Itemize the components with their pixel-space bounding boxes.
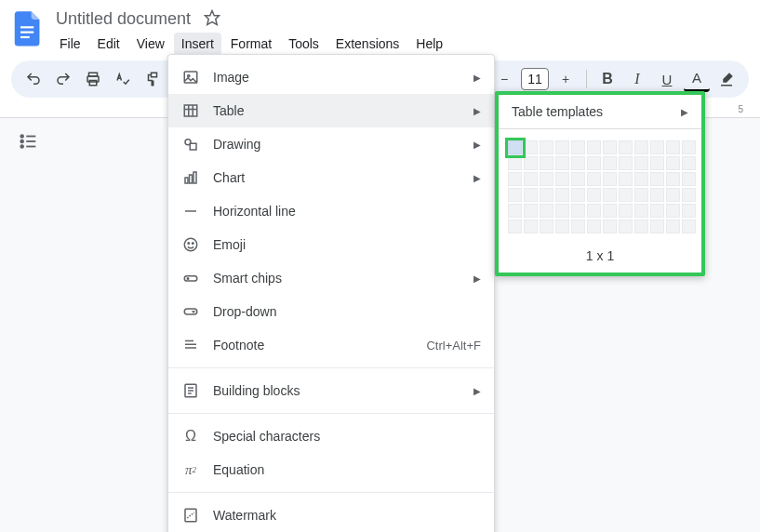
grid-cell[interactable] [650, 219, 664, 233]
menu-building-blocks[interactable]: Building blocks ▶ [168, 374, 494, 407]
table-templates[interactable]: Table templates ▶ [499, 95, 701, 128]
menu-footnote[interactable]: Footnote Ctrl+Alt+F [168, 328, 494, 362]
grid-cell[interactable] [682, 172, 696, 186]
menu-special-characters[interactable]: Ω Special characters [168, 419, 494, 453]
spellcheck-button[interactable] [110, 66, 136, 92]
menubar-file[interactable]: File [52, 33, 88, 55]
grid-cell[interactable] [682, 204, 696, 218]
grid-cell[interactable] [666, 156, 680, 170]
menu-chart[interactable]: Chart ▶ [168, 161, 494, 194]
grid-cell[interactable] [650, 172, 664, 186]
grid-cell[interactable] [587, 219, 601, 233]
grid-cell[interactable] [682, 156, 696, 170]
grid-cell[interactable] [555, 188, 569, 202]
menu-horizontal-line[interactable]: Horizontal line [168, 194, 494, 228]
highlight-button[interactable] [713, 66, 740, 92]
grid-cell[interactable] [650, 204, 664, 218]
grid-cell[interactable] [508, 188, 522, 202]
grid-cell[interactable] [524, 188, 538, 202]
grid-cell[interactable] [619, 156, 633, 170]
grid-cell[interactable] [540, 140, 553, 154]
grid-cell[interactable] [619, 219, 633, 233]
menu-dropdown[interactable]: Drop-down [168, 295, 494, 328]
grid-cell[interactable] [682, 140, 696, 154]
grid-cell[interactable] [571, 188, 585, 202]
grid-cell[interactable] [603, 156, 617, 170]
menubar-edit[interactable]: Edit [90, 33, 127, 55]
grid-cell[interactable] [571, 140, 585, 154]
menubar-help[interactable]: Help [408, 33, 450, 55]
grid-cell[interactable] [555, 156, 569, 170]
star-icon[interactable] [204, 9, 220, 29]
menubar-insert[interactable]: Insert [174, 33, 221, 55]
grid-cell[interactable] [587, 172, 601, 186]
grid-cell[interactable] [650, 188, 664, 202]
grid-cell[interactable] [603, 219, 617, 233]
undo-button[interactable] [20, 66, 47, 92]
table-size-picker[interactable] [508, 140, 692, 233]
grid-cell[interactable] [650, 156, 664, 170]
italic-button[interactable]: I [624, 66, 650, 92]
grid-cell[interactable] [666, 188, 680, 202]
grid-cell[interactable] [634, 204, 648, 218]
font-size-increase[interactable]: + [553, 66, 579, 92]
grid-cell[interactable] [619, 188, 633, 202]
menu-drawing[interactable]: Drawing ▶ [168, 127, 494, 161]
grid-cell[interactable] [666, 219, 680, 233]
grid-cell[interactable] [571, 219, 585, 233]
grid-cell[interactable] [666, 140, 680, 154]
grid-cell[interactable] [619, 204, 633, 218]
menu-emoji[interactable]: Emoji [168, 228, 494, 261]
document-title[interactable]: Untitled document [52, 7, 194, 31]
menu-smart-chips[interactable]: Smart chips ▶ [168, 261, 494, 295]
grid-cell[interactable] [524, 172, 538, 186]
grid-cell[interactable] [555, 219, 569, 233]
grid-cell[interactable] [603, 188, 617, 202]
menu-watermark[interactable]: Watermark [168, 499, 494, 532]
grid-cell[interactable] [666, 172, 680, 186]
grid-cell[interactable] [524, 204, 538, 218]
grid-cell[interactable] [603, 204, 617, 218]
grid-cell[interactable] [587, 188, 601, 202]
grid-cell[interactable] [571, 156, 585, 170]
menu-equation[interactable]: π2 Equation [168, 453, 494, 486]
grid-cell[interactable] [587, 156, 601, 170]
menubar-format[interactable]: Format [223, 33, 279, 55]
grid-cell[interactable] [555, 172, 569, 186]
bold-button[interactable]: B [594, 66, 620, 92]
docs-logo-icon[interactable] [11, 7, 45, 48]
grid-cell[interactable] [634, 140, 648, 154]
menubar-extensions[interactable]: Extensions [328, 33, 407, 55]
menubar-tools[interactable]: Tools [281, 33, 327, 55]
menu-image[interactable]: Image ▶ [168, 60, 494, 94]
grid-cell[interactable] [571, 204, 585, 218]
grid-cell[interactable] [540, 204, 553, 218]
grid-cell[interactable] [634, 219, 648, 233]
grid-cell[interactable] [634, 156, 648, 170]
grid-cell[interactable] [540, 156, 553, 170]
grid-cell[interactable] [524, 156, 538, 170]
grid-cell[interactable] [634, 188, 648, 202]
outline-icon[interactable] [19, 140, 39, 154]
font-size-decrease[interactable]: − [491, 66, 517, 92]
text-color-button[interactable]: A [684, 66, 710, 92]
print-button[interactable] [80, 66, 106, 92]
grid-cell[interactable] [555, 204, 569, 218]
grid-cell[interactable] [508, 219, 522, 233]
grid-cell[interactable] [571, 172, 585, 186]
menubar-view[interactable]: View [129, 33, 172, 55]
grid-cell[interactable] [524, 140, 538, 154]
grid-cell[interactable] [540, 188, 553, 202]
grid-cell[interactable] [508, 140, 522, 154]
grid-cell[interactable] [682, 219, 696, 233]
grid-cell[interactable] [619, 140, 633, 154]
grid-cell[interactable] [587, 204, 601, 218]
grid-cell[interactable] [524, 219, 538, 233]
grid-cell[interactable] [508, 172, 522, 186]
grid-cell[interactable] [555, 140, 569, 154]
grid-cell[interactable] [587, 140, 601, 154]
grid-cell[interactable] [508, 204, 522, 218]
grid-cell[interactable] [650, 140, 664, 154]
redo-button[interactable] [50, 66, 76, 92]
grid-cell[interactable] [540, 172, 553, 186]
